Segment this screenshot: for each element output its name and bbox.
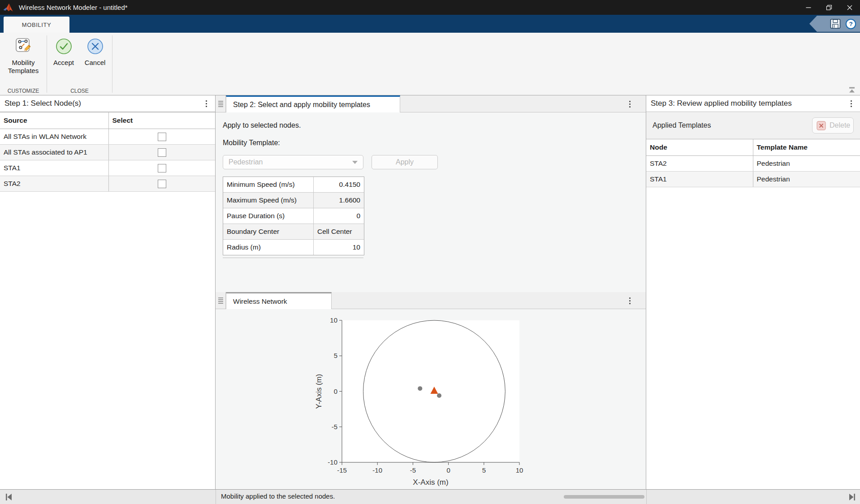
tab-wireless-network[interactable]: Wireless Network	[226, 292, 332, 309]
wireless-network-modeler-window: Wireless Network Modeler - untitled* MOB…	[0, 0, 860, 504]
toolstrip-tab-row: MOBILITY ?	[0, 15, 860, 33]
node-selection-table: Source Select All STAs in WLAN Network A…	[0, 112, 215, 192]
svg-text:?: ?	[849, 21, 852, 27]
svg-text:-15: -15	[337, 466, 347, 474]
main-area: Step 1: Select Node(s) Source Select All…	[0, 95, 860, 489]
title-bar: Wireless Network Modeler - untitled*	[0, 0, 860, 15]
svg-text:-5: -5	[410, 466, 416, 474]
close-button[interactable]	[839, 0, 860, 15]
node-cell: STA1	[646, 172, 753, 187]
step3-title: Step 3: Review applied mobility template…	[651, 99, 792, 108]
svg-text:-5: -5	[332, 423, 337, 431]
template-cell: Pedestrian	[753, 156, 860, 172]
delete-button[interactable]: Delete	[812, 117, 854, 134]
status-bar-divider	[646, 490, 647, 504]
column-header-template-name: Template Name	[753, 139, 860, 156]
param-name: Minimum Speed (m/s)	[223, 177, 314, 193]
mobility-template-label: Mobility Template:	[223, 139, 280, 147]
svg-text:10: 10	[330, 316, 337, 324]
accept-check-icon	[56, 36, 72, 56]
svg-text:5: 5	[482, 466, 486, 474]
chevron-down-icon	[352, 161, 358, 164]
skip-to-end-icon[interactable]	[847, 493, 856, 501]
svg-text:5: 5	[334, 352, 337, 359]
table-row: STA1	[0, 160, 215, 176]
param-name: Radius (m)	[223, 240, 314, 255]
table-row: All STAs in WLAN Network	[0, 129, 215, 145]
svg-text:-10: -10	[328, 458, 337, 466]
grip-icon	[218, 297, 223, 304]
param-name: Boundary Center	[223, 224, 314, 240]
step1-title: Step 1: Select Node(s)	[4, 99, 81, 108]
tab-mobility[interactable]: MOBILITY	[4, 17, 69, 33]
network-plot-canvas[interactable]: -10-50510-15-10-50510X-Axis (m)Y-Axis (m…	[216, 309, 646, 490]
param-name: Maximum Speed (m/s)	[223, 193, 314, 208]
help-icon[interactable]: ?	[845, 18, 856, 30]
template-cell: Pedestrian	[753, 172, 860, 187]
table-row: STA2	[0, 176, 215, 192]
apply-button[interactable]: Apply	[372, 155, 438, 169]
source-cell: All STAs associated to AP1	[0, 145, 108, 160]
ribbon-section-divider	[112, 35, 112, 93]
table-row: All STAs associated to AP1	[0, 145, 215, 160]
node-checkbox[interactable]	[158, 180, 166, 188]
mobility-templates-label: Mobility Templates	[3, 59, 44, 75]
network-plot-area: -10-50510-15-10-50510X-Axis (m)Y-Axis (m…	[216, 309, 646, 489]
source-cell: STA2	[0, 176, 108, 192]
param-value: Cell Center	[314, 224, 364, 240]
param-name: Pause Duration (s)	[223, 208, 314, 224]
quick-access-toolbar: ?	[809, 16, 860, 32]
node-checkbox[interactable]	[158, 148, 166, 157]
restore-button[interactable]	[819, 0, 839, 15]
customize-section-label: CUSTOMIZE	[0, 88, 47, 94]
skip-to-start-icon[interactable]	[4, 493, 13, 501]
step1-panel: Step 1: Select Node(s) Source Select All…	[0, 95, 216, 489]
tab-step2[interactable]: Step 2: Select and apply mobility templa…	[226, 95, 400, 112]
applied-templates-label: Applied Templates	[653, 121, 711, 129]
accept-button[interactable]: Accept	[51, 36, 76, 67]
window-title: Wireless Network Modeler - untitled*	[19, 4, 128, 11]
mobility-templates-icon	[14, 36, 32, 56]
close-section-label: CLOSE	[47, 88, 112, 94]
column-header-node: Node	[646, 139, 753, 156]
status-bar-divider	[216, 490, 216, 504]
status-bar: Mobility applied to the selected nodes.	[0, 489, 860, 504]
svg-text:0: 0	[334, 388, 337, 395]
mobility-template-dropdown[interactable]: Pedestrian	[223, 155, 363, 169]
step3-panel: Step 3: Review applied mobility template…	[646, 95, 860, 489]
node-cell: STA2	[646, 156, 753, 172]
step1-menu-kebab-icon[interactable]	[202, 98, 211, 109]
collapse-ribbon-icon[interactable]	[847, 86, 856, 94]
param-value: 0.4150	[314, 177, 364, 193]
node-checkbox[interactable]	[158, 133, 166, 141]
cancel-button[interactable]: Cancel	[82, 36, 108, 67]
source-cell: All STAs in WLAN Network	[0, 129, 108, 145]
svg-text:X-Axis (m): X-Axis (m)	[413, 478, 448, 487]
accept-label: Accept	[53, 59, 74, 67]
column-header-source: Source	[0, 112, 108, 129]
panel-grip-handle[interactable]	[216, 292, 226, 309]
toolstrip-ribbon: Mobility Templates Accept Cancel CUSTOMI…	[0, 33, 860, 95]
step3-menu-kebab-icon[interactable]	[847, 98, 856, 109]
panel-grip-handle[interactable]	[216, 95, 226, 112]
grip-icon	[218, 101, 223, 107]
node-checkbox[interactable]	[158, 164, 166, 172]
param-value: 10	[314, 240, 364, 255]
cancel-x-icon	[87, 36, 104, 56]
cancel-label: Cancel	[85, 59, 106, 67]
svg-text:-10: -10	[372, 466, 382, 474]
table-row[interactable]: STA2 Pedestrian	[646, 156, 860, 172]
delete-x-icon	[817, 121, 826, 130]
horizontal-scrollbar-thumb[interactable]	[564, 495, 644, 499]
status-message: Mobility applied to the selected nodes.	[221, 492, 335, 500]
table-row[interactable]: STA1 Pedestrian	[646, 172, 860, 187]
applied-templates-toolbar: Applied Templates Delete	[646, 112, 860, 139]
param-value: 1.6600	[314, 193, 364, 208]
save-icon[interactable]	[830, 18, 841, 30]
template-parameters-table: Minimum Speed (m/s) 0.4150 Maximum Speed…	[223, 177, 364, 255]
network-view-menu-kebab-icon[interactable]	[626, 295, 634, 306]
mobility-templates-button[interactable]: Mobility Templates	[3, 36, 44, 75]
step2-menu-kebab-icon[interactable]	[626, 99, 634, 110]
step2-panel: Step 2: Select and apply mobility templa…	[216, 95, 646, 489]
minimize-button[interactable]	[798, 0, 819, 15]
